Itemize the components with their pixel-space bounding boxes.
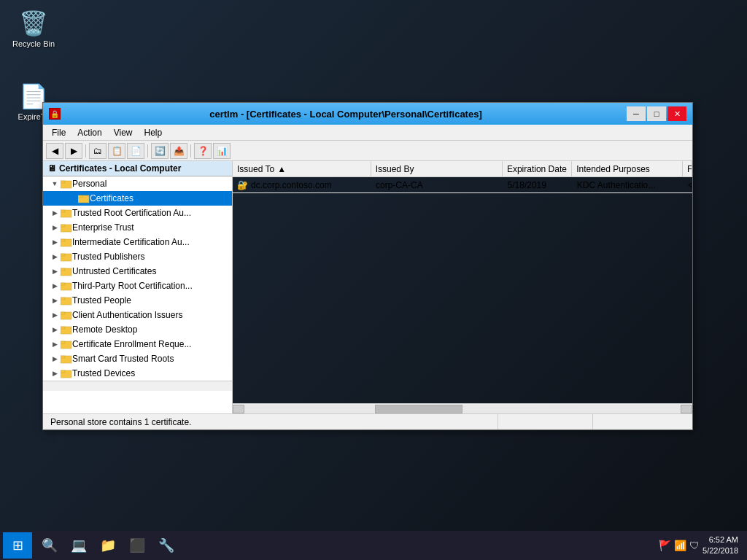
right-h-scrollbar[interactable]	[233, 403, 692, 413]
folder-remote-icon	[61, 324, 72, 335]
tree-smart-card[interactable]: ▶ Smart Card Trusted Roots	[43, 351, 232, 366]
scroll-thumb[interactable]	[375, 405, 462, 413]
recycle-bin-image: 🗑️	[19, 9, 48, 38]
taskbar-explorer-icon[interactable]: 📁	[95, 532, 121, 559]
system-clock[interactable]: 6:52 AM 5/22/2018	[703, 534, 738, 557]
scroll-left-btn[interactable]	[233, 405, 244, 413]
svg-rect-7	[61, 225, 65, 227]
expand-publishers[interactable]: ▶	[49, 251, 61, 262]
tray-flag-icon[interactable]: 🚩	[659, 540, 671, 551]
system-tray: 🚩 📶 🛡 6:52 AM 5/22/2018	[653, 534, 744, 557]
toolbar-sep1	[85, 144, 86, 158]
scroll-track[interactable]	[244, 405, 681, 413]
tray-network-icon[interactable]: 📶	[674, 540, 686, 551]
folder-publishers-icon	[61, 252, 72, 262]
toolbar-help[interactable]: ❓	[194, 143, 212, 159]
left-h-scrollbar[interactable]	[43, 381, 232, 391]
menu-action[interactable]: Action	[71, 126, 107, 139]
recycle-bin-icon[interactable]: 🗑️ Recycle Bin	[4, 6, 63, 51]
tree-trusted-root[interactable]: ▶ Trusted Root Certification Au...	[43, 206, 232, 220]
intermediate-label: Intermediate Certification Au...	[72, 237, 190, 247]
untrusted-label: Untrusted Certificates	[72, 266, 156, 276]
expand-enrollment[interactable]: ▶	[49, 338, 61, 350]
recycle-bin-label: Recycle Bin	[12, 39, 55, 48]
taskbar-cmd-icon[interactable]: ⬛	[124, 532, 150, 559]
col-header-expiration[interactable]: Expiration Date	[503, 161, 572, 176]
toolbar-properties[interactable]: 📊	[213, 143, 231, 159]
personal-label: Personal	[72, 179, 107, 189]
menu-bar: File Action View Help	[43, 125, 692, 141]
expand-trusted-root[interactable]: ▶	[49, 207, 61, 219]
tree-header: 🖥 Certificates - Local Computer	[43, 161, 232, 176]
start-button[interactable]: ⊞	[3, 532, 32, 559]
close-button[interactable]: ✕	[667, 106, 686, 121]
toolbar-up[interactable]: 🗂	[89, 143, 107, 159]
toolbar-new[interactable]: 📄	[127, 143, 144, 159]
expand-remote[interactable]: ▶	[49, 324, 61, 335]
remote-label: Remote Desktop	[72, 324, 137, 335]
issued-by-label: Issued By	[376, 164, 414, 174]
svg-rect-1	[61, 181, 65, 183]
scroll-right-btn[interactable]	[681, 405, 692, 413]
col-header-issued-to[interactable]: Issued To ▲	[233, 161, 371, 176]
tree-third-party[interactable]: ▶ Third-Party Root Certification...	[43, 279, 232, 293]
taskbar-powershell-icon[interactable]: 💻	[66, 532, 92, 559]
toolbar-back[interactable]: ◀	[46, 143, 63, 159]
enterprise-label: Enterprise Trust	[72, 222, 134, 233]
expand-intermediate[interactable]: ▶	[49, 236, 61, 248]
toolbar: ◀ ▶ 🗂 📋 📄 🔄 📤 ❓ 📊	[43, 141, 692, 161]
tree-trusted-publishers[interactable]: ▶ Trusted Publishers	[43, 249, 232, 264]
window-controls: ─ □ ✕	[627, 106, 686, 121]
left-panel[interactable]: 🖥 Certificates - Local Computer ▼ Person…	[43, 161, 233, 413]
tree-certificates[interactable]: Certificates	[43, 191, 232, 206]
col-header-issued-by[interactable]: Issued By	[371, 161, 503, 176]
folder-client-auth-icon	[61, 310, 72, 320]
toolbar-refresh[interactable]: 🔄	[151, 143, 169, 159]
status-main: Personal store contains 1 certificate.	[47, 414, 498, 429]
status-text: Personal store contains 1 certificate.	[50, 417, 191, 427]
tree-untrusted[interactable]: ▶ Untrusted Certificates	[43, 264, 232, 279]
expand-enterprise[interactable]: ▶	[49, 222, 61, 233]
tree-personal[interactable]: ▼ Personal	[43, 176, 232, 191]
status-seg2	[498, 414, 593, 429]
tree-remote-desktop[interactable]: ▶ Remote Desktop	[43, 322, 232, 337]
toolbar-view[interactable]: 📋	[108, 143, 125, 159]
cell-expiration-0: 5/18/2019	[503, 179, 573, 192]
col-header-friendly[interactable]: Friendly N...	[683, 161, 692, 176]
menu-view[interactable]: View	[108, 126, 139, 139]
tree-trusted-devices[interactable]: ▶ Trusted Devices	[43, 366, 232, 381]
taskbar-tools-icon[interactable]: 🔧	[153, 532, 179, 559]
menu-file[interactable]: File	[46, 126, 71, 139]
tree-enterprise-trust[interactable]: ▶ Enterprise Trust	[43, 220, 232, 235]
computer-icon: 🖥	[47, 163, 56, 174]
tree-cert-enrollment[interactable]: ▶ Certificate Enrollment Reque...	[43, 337, 232, 351]
expand-devices[interactable]: ▶	[49, 368, 61, 379]
maximize-button[interactable]: □	[647, 106, 666, 121]
menu-help[interactable]: Help	[139, 126, 169, 139]
expand-people[interactable]: ▶	[49, 295, 61, 306]
tree-trusted-people[interactable]: ▶ Trusted People	[43, 293, 232, 308]
minimize-button[interactable]: ─	[627, 106, 646, 121]
tree-header-label: Certificates - Local Computer	[59, 163, 181, 174]
expand-untrusted[interactable]: ▶	[49, 265, 61, 277]
tree-intermediate[interactable]: ▶ Intermediate Certification Au...	[43, 235, 232, 249]
status-bar: Personal store contains 1 certificate.	[43, 413, 692, 429]
tray-security-icon[interactable]: 🛡	[689, 540, 700, 551]
expand-personal[interactable]: ▼	[49, 178, 61, 190]
toolbar-export[interactable]: 📤	[170, 143, 187, 159]
cert-row-0[interactable]: 🔐 dc.corp.contoso.com corp-CA-CA 5/18/20…	[233, 177, 692, 193]
taskbar-search-icon[interactable]: 🔍	[36, 532, 63, 559]
sort-arrow: ▲	[277, 164, 286, 174]
folder-smart-card-icon	[61, 354, 72, 364]
col-header-purposes[interactable]: Intended Purposes	[572, 161, 683, 176]
expand-smart-card[interactable]: ▶	[49, 353, 61, 365]
expand-third-party[interactable]: ▶	[49, 280, 61, 292]
svg-rect-27	[61, 370, 65, 373]
folder-devices-icon	[61, 368, 72, 378]
toolbar-forward[interactable]: ▶	[65, 143, 82, 159]
tree-client-auth[interactable]: ▶ Client Authentication Issuers	[43, 308, 232, 322]
expand-client-auth[interactable]: ▶	[49, 309, 61, 321]
taskbar: ⊞ 🔍 💻 📁 ⬛ 🔧 🚩 📶 🛡 6:52 AM 5/22/2018	[0, 531, 747, 560]
trusted-root-label: Trusted Root Certification Au...	[72, 208, 191, 218]
cert-icon-0: 🔐	[237, 180, 248, 190]
